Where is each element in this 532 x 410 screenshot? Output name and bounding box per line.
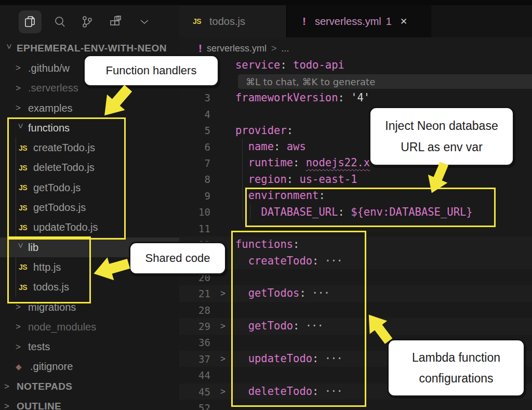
- tab-badge: 1: [386, 16, 392, 28]
- breadcrumb-ellipsis[interactable]: ...: [282, 43, 289, 54]
- source-control-icon[interactable]: [76, 10, 99, 33]
- tree-item-outline[interactable]: >OUTLINE: [0, 396, 179, 410]
- line-number[interactable]: 37: [179, 353, 210, 365]
- tree-item-label: examples: [28, 102, 73, 114]
- extensions-icon[interactable]: [104, 10, 127, 33]
- highlight-lib-folder: [7, 236, 91, 303]
- chevron-right-icon[interactable]: >: [16, 302, 28, 312]
- tree-item-label: OUTLINE: [17, 401, 61, 410]
- vscode-window: >EPHEMERAL-ENV-WITH-NEON>.github/w>.serv…: [0, 0, 532, 410]
- annotation-lambda-config: Lambda function configurations: [387, 339, 525, 397]
- line-number[interactable]: 9: [179, 190, 210, 202]
- highlight-functions-yaml: [231, 231, 366, 407]
- close-icon[interactable]: ✕: [400, 16, 407, 27]
- indent-guide: [242, 188, 243, 204]
- chevron-right-icon[interactable]: >: [4, 381, 17, 392]
- chevron-right-icon[interactable]: >: [16, 63, 28, 73]
- chevron-right-icon[interactable]: >: [16, 322, 28, 332]
- git-icon: ◆: [16, 362, 30, 372]
- code-line-8[interactable]: 8 region: us-east-1: [179, 171, 532, 188]
- code-text: service: todo-api: [235, 57, 344, 73]
- tree-item-label: node_modules: [28, 321, 96, 333]
- line-number[interactable]: 7: [179, 157, 210, 169]
- chevron-right-icon[interactable]: >: [16, 342, 28, 352]
- chevron-right-icon[interactable]: >: [4, 401, 17, 410]
- line-number[interactable]: 45: [179, 386, 210, 398]
- indent-guide: [242, 139, 243, 155]
- code-line-2[interactable]: 2⌘L to chat, ⌘K to generate: [179, 73, 532, 89]
- breadcrumb-separator: >: [271, 43, 277, 54]
- tab-label: serverless.yml: [315, 16, 381, 28]
- tree-item-gitignore[interactable]: ◆.gitignore: [0, 357, 179, 377]
- line-number[interactable]: 5: [179, 125, 210, 136]
- code-text: runtime: nodejs22.x: [235, 155, 370, 171]
- chevron-down-icon[interactable]: >: [4, 44, 14, 53]
- code-line-3[interactable]: 3frameworkVersion: '4': [179, 90, 532, 106]
- tree-item-label: EPHEMERAL-ENV-WITH-NEON: [17, 43, 167, 54]
- line-number[interactable]: 4: [179, 109, 210, 120]
- window-top-strip: [0, 0, 532, 5]
- chevron-right-icon[interactable]: >: [16, 83, 28, 94]
- breadcrumb-file[interactable]: serverless.yml: [207, 43, 267, 54]
- js-icon: JS: [193, 17, 209, 25]
- line-number[interactable]: 21: [179, 288, 210, 299]
- breadcrumb[interactable]: ! serverless.yml > ...: [179, 41, 532, 56]
- line-number[interactable]: 29: [179, 321, 210, 332]
- tree-item-label: tests: [28, 341, 50, 353]
- line-number[interactable]: 52: [179, 402, 210, 410]
- annotation-inject-neon: Inject Neon database URL as env var: [369, 107, 514, 166]
- chevron-down-icon[interactable]: [133, 10, 156, 33]
- line-number[interactable]: 44: [179, 369, 210, 381]
- annotation-function-handlers: Function handlers: [83, 55, 219, 87]
- line-number[interactable]: 3: [179, 92, 210, 103]
- explorer-icon[interactable]: [19, 10, 42, 33]
- tab-serverless-yml[interactable]: ! serverless.yml 1 ✕: [287, 5, 431, 37]
- tree-item-label: .github/w: [28, 62, 70, 74]
- code-text: frameworkVersion: '4': [235, 90, 370, 106]
- ai-hint[interactable]: ⌘L to chat, ⌘K to generate: [238, 74, 532, 89]
- indent-guide: [242, 155, 243, 171]
- tree-item-label: .serverless: [28, 82, 78, 94]
- code-text: provider:: [235, 123, 293, 139]
- search-icon[interactable]: [48, 10, 71, 33]
- tab-todos-js[interactable]: JS todos.js: [179, 5, 287, 37]
- line-number[interactable]: 28: [179, 305, 210, 316]
- code-line-1[interactable]: 1service: todo-api: [179, 57, 532, 73]
- code-text: name: aws: [235, 139, 306, 155]
- tree-item-label: .gitignore: [30, 361, 73, 373]
- yaml-warning-icon: !: [198, 42, 202, 55]
- tree-item-node-modules[interactable]: >node_modules: [0, 317, 179, 337]
- annotation-shared-code: Shared code: [129, 242, 227, 275]
- highlight-environment-yaml: [245, 188, 496, 227]
- yaml-warning-icon: !: [302, 15, 315, 28]
- indent-guide: [242, 171, 243, 188]
- tree-item-notepads[interactable]: >NOTEPADS: [0, 377, 179, 396]
- tab-label: todos.js: [209, 16, 245, 28]
- line-number[interactable]: 10: [179, 206, 210, 218]
- tree-item-examples[interactable]: >examples: [0, 98, 179, 118]
- highlight-functions-folder: [7, 117, 126, 240]
- line-number[interactable]: 6: [179, 141, 210, 153]
- line-number[interactable]: 36: [179, 337, 210, 348]
- tree-item-tests[interactable]: >tests: [0, 337, 179, 356]
- activity-bar: [0, 5, 179, 38]
- tab-bar: JS todos.js ! serverless.yml 1 ✕: [179, 5, 532, 37]
- chevron-right-icon[interactable]: >: [16, 103, 28, 113]
- code-text: region: us-east-1: [235, 171, 357, 188]
- indent-guide: [242, 204, 243, 220]
- line-number[interactable]: 11: [179, 223, 210, 234]
- line-number[interactable]: 8: [179, 174, 210, 185]
- tree-item-label: NOTEPADS: [17, 381, 72, 392]
